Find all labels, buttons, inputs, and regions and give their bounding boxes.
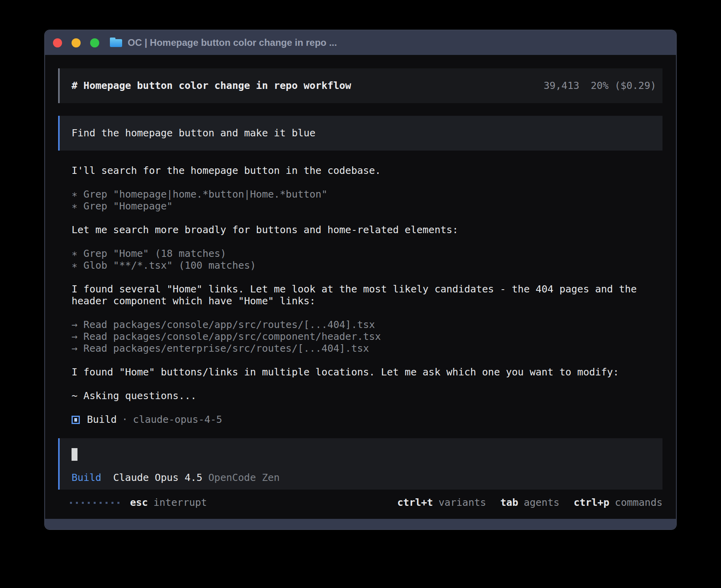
tool-call-glob: ∗ Glob "**/*.tsx" (100 matches)	[72, 260, 649, 271]
provider-label: OpenCode Zen	[208, 472, 280, 484]
agent-name: Build	[87, 414, 117, 426]
session-stats: 39,413 20% ($0.29)	[544, 80, 656, 92]
terminal-window: OC | Homepage button color change in rep…	[44, 30, 677, 530]
hint-label: variants	[438, 497, 486, 509]
status-bar: esc interrupt ctrl+t variants tab agents…	[58, 497, 662, 509]
agent-model: claude-opus-4-5	[133, 414, 222, 426]
zoom-button[interactable]	[90, 38, 99, 47]
session-title: # Homepage button color change in repo w…	[72, 80, 351, 92]
assistant-text: I found "Home" buttons/links in multiple…	[72, 366, 649, 378]
tool-call-grep: ∗ Grep "Home" (18 matches)	[72, 248, 649, 260]
hint-label: agents	[524, 497, 559, 509]
input-meta-row: Build Claude Opus 4.5 OpenCode Zen	[72, 472, 651, 484]
tool-call-read: → Read packages/enterprise/src/routes/[.…	[72, 343, 649, 354]
window-titlebar[interactable]: OC | Homepage button color change in rep…	[45, 30, 676, 55]
tool-call-grep: ∗ Grep "homepage|home.*button|Home.*butt…	[72, 188, 649, 200]
assistant-text: I'll search for the homepage button in t…	[72, 165, 649, 177]
session-header: # Homepage button color change in repo w…	[58, 68, 662, 103]
text-cursor	[72, 448, 77, 461]
hint-key: ctrl+t	[397, 497, 433, 509]
agent-separator: ·	[122, 414, 128, 426]
terminal-main: # Homepage button color change in repo w…	[45, 55, 676, 519]
mode-label: Build	[72, 472, 101, 484]
traffic-lights	[53, 38, 99, 47]
hint-commands: ctrl+p commands	[574, 497, 662, 509]
user-message-text: Find the homepage button and make it blu…	[72, 127, 315, 139]
user-message: Find the homepage button and make it blu…	[58, 116, 662, 151]
hint-agents: tab agents	[500, 497, 559, 509]
token-count: 39,413	[544, 80, 579, 92]
close-button[interactable]	[53, 38, 62, 47]
hint-key: tab	[500, 497, 518, 509]
asking-questions-status: ~ Asking questions...	[72, 390, 649, 402]
window-bottom-chrome	[45, 519, 676, 529]
working-spinner-dots	[70, 502, 119, 504]
assistant-text: Let me search more broadly for buttons a…	[72, 224, 649, 236]
context-percent: 20%	[591, 80, 608, 92]
build-agent-icon	[72, 416, 80, 424]
assistant-text: I found several "Home" links. Let me loo…	[72, 283, 649, 307]
hint-variants: ctrl+t variants	[397, 497, 486, 509]
hint-label: commands	[615, 497, 662, 509]
tool-call-read: → Read packages/console/app/src/routes/[…	[72, 319, 649, 331]
hint-key: esc	[130, 497, 148, 509]
hint-key: ctrl+p	[574, 497, 609, 509]
prompt-input[interactable]: Build Claude Opus 4.5 OpenCode Zen	[58, 438, 662, 490]
minimize-button[interactable]	[72, 38, 81, 47]
model-label: Claude Opus 4.5	[113, 472, 202, 484]
tool-call-read: → Read packages/console/app/src/componen…	[72, 331, 649, 343]
folder-icon	[110, 38, 122, 47]
hint-label: interrupt	[153, 497, 207, 509]
window-title: OC | Homepage button color change in rep…	[128, 37, 337, 48]
tool-call-grep: ∗ Grep "Homepage"	[72, 200, 649, 212]
hint-interrupt: esc interrupt	[130, 497, 207, 509]
agent-badge-row: Build · claude-opus-4-5	[72, 414, 649, 426]
session-cost: ($0.29)	[615, 80, 656, 92]
assistant-transcript: I'll search for the homepage button in t…	[58, 165, 662, 426]
